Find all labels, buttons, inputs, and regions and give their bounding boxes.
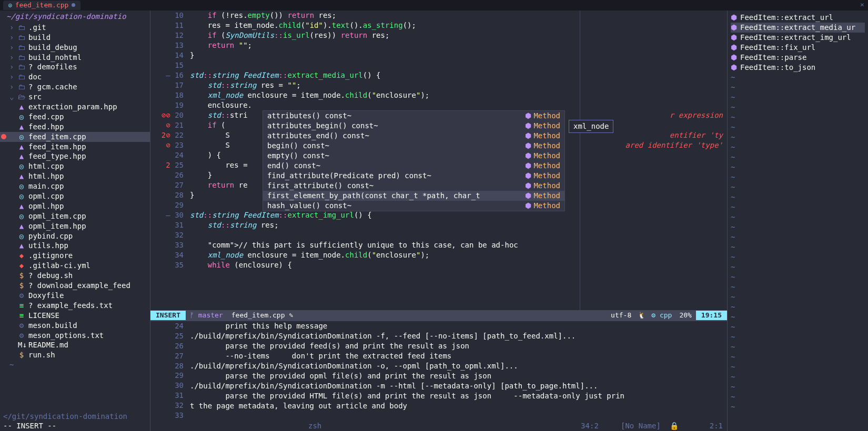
line-number: 18 [150,90,184,100]
file-name: feed.cpp [28,112,64,122]
code-line[interactable] [190,230,727,240]
file-item[interactable]: ◎ opml.cpp [0,191,150,201]
code-line[interactable]: std::string res; [190,220,727,230]
file-item[interactable]: $ ? debug.sh [0,271,150,281]
file-item[interactable]: ◎ feed_item.cpp [0,132,150,142]
file-item[interactable]: ▲ opml_item.hpp [0,221,150,231]
completion-item[interactable]: first_attribute() const~ ⬢ Method [263,181,564,191]
empty-line-tilde: ~ [731,262,735,272]
folder-item[interactable]: › 🗀 build_debug [0,43,150,53]
completion-popup[interactable]: attributes() const~ ⬢ Method attributes_… [263,110,565,211]
code-editor[interactable]: 10 11 12 13 14 15– 16 17 18 19⊘⊘ 20⊘ 212… [150,11,727,310]
file-item[interactable]: ◎ html.cpp [0,161,150,171]
completion-kind: Method [533,151,560,161]
file-explorer[interactable]: ~/git/syndication-dominatio › 🗀 .git › 🗀… [0,11,150,431]
folder-item[interactable]: › 🗀 build [0,33,150,43]
completion-item[interactable]: attributes_begin() const~ ⬢ Method [263,121,564,131]
outline-item[interactable]: ⬢ FeedItem::fix_url [731,43,865,53]
completion-item[interactable]: begin() const~ ⬢ Method [263,141,564,151]
code-line[interactable]: "comm">// this part is sufficiently uniq… [190,240,727,250]
folder-item[interactable]: › 🗀 doc [0,72,150,82]
terminal-line: ./build/mprefix/bin/SyndicationDominatio… [190,381,727,391]
empty-line-tilde: ~ [731,212,735,222]
completion-item[interactable]: attributes() const~ ⬢ Method [263,111,564,121]
window-close-icon[interactable]: × [856,0,868,9]
code-line[interactable]: } [190,50,727,60]
file-item[interactable]: $ ? download_example_feed [0,281,150,291]
code-line[interactable]: if (!res.empty()) return res; [190,11,727,20]
file-item[interactable]: ▲ feed_item.hpp [0,142,150,152]
file-item[interactable]: ⚙ meson.build [0,321,150,331]
completion-item[interactable]: hash_value() const~ ⬢ Method [263,201,564,211]
completion-item[interactable]: find_attribute(Predicate pred) const~ ⬢ … [263,171,564,181]
outline-item[interactable]: ⬢ FeedItem::parse [731,53,865,63]
file-name: pybind.cpp [28,231,73,241]
cfg-icon: ⚙ [18,331,25,341]
file-item[interactable]: ▲ extraction_param.hpp [0,102,150,112]
shell-name: zsh [308,421,321,431]
file-item[interactable]: ▲ feed_type.hpp [0,151,150,161]
file-item[interactable]: M↓ README.md [0,340,150,350]
folder-item[interactable]: › 🗀 build_nohtml [0,53,150,63]
folder-item[interactable]: ⌄ 🗁 src [0,92,150,102]
code-line[interactable]: return ""; [190,40,727,50]
file-item[interactable]: $ run.sh [0,350,150,360]
completion-item[interactable]: end() const~ ⬢ Method [263,161,564,171]
code-line[interactable]: xml_node enclosure = item_node.child("en… [190,90,727,100]
folder-item[interactable]: › 🗀 ? demofiles [0,62,150,72]
code-line[interactable]: std::string res = ""; [190,80,727,90]
file-item[interactable]: ▲ utils.hpp [0,241,150,251]
file-item[interactable]: ⚙ meson_options.txt [0,331,150,341]
code-line[interactable]: enclosure. [190,100,727,110]
outline-item[interactable]: ⬢ FeedItem::to_json [731,63,865,73]
file-item[interactable]: ≡ ? example_feeds.txt [0,301,150,311]
term-line-number: 25 [150,331,184,341]
completion-item[interactable]: first_element_by_path(const char_t *path… [263,191,564,201]
empty-line-tilde: ~ [731,93,735,102]
code-line[interactable]: res = item_node.child("id").text().as_st… [190,20,727,30]
completion-item[interactable]: empty() const~ ⬢ Method [263,151,564,161]
empty-line-tilde: ~ [731,272,735,282]
code-line[interactable]: if (SynDomUtils::is_url(res)) return res… [190,30,727,40]
hpp-icon: ▲ [18,171,25,181]
file-item[interactable]: ⚙ Doxyfile [0,291,150,301]
completion-signature: begin() const~ [267,141,525,151]
file-name: .gitlab-ci.yml [28,261,90,271]
code-line[interactable] [190,60,727,70]
hpp-icon: ▲ [18,142,25,152]
cube-icon: ⬢ [525,141,531,151]
tab-feed-item[interactable]: ◎ feed_item.cpp [3,1,80,10]
sh-icon: $ [18,350,25,360]
symbol-outline[interactable]: ⬢ FeedItem::extract_url ⬢ FeedItem::extr… [727,11,868,431]
file-item[interactable]: ◆ .gitignore [0,251,150,261]
file-name: extraction_param.hpp [28,102,117,112]
modified-dot-icon [72,3,75,7]
outline-item[interactable]: ⬢ FeedItem::extract_img_url [731,33,865,43]
terminal-line: --no-items don't print the extracted fee… [190,351,727,361]
file-item[interactable]: ◎ main.cpp [0,181,150,191]
file-item[interactable]: ▲ opml.hpp [0,201,150,211]
diagnostic-text: r expression [670,110,723,120]
tab-bar: ◎ feed_item.cpp × [0,0,868,11]
file-item[interactable]: ◆ .gitlab-ci.yml [0,261,150,271]
file-item[interactable]: ▲ html.hpp [0,171,150,181]
terminal-panel[interactable]: 2425262728293031323334 print this help m… [150,321,727,431]
line-number: 24 [150,150,184,160]
file-item[interactable]: ◎ opml_item.cpp [0,211,150,221]
outline-item[interactable]: ⬢ FeedItem::extract_url [731,13,865,23]
code-line[interactable]: std::string FeedItem::extract_media_url(… [190,70,727,80]
folder-item[interactable]: › 🗀 .git [0,23,150,33]
shell-prompt[interactable]: ⮝ gabmus@trinity-zero 🗀 ~/git/syndicatio… [190,411,727,421]
file-item[interactable]: ▲ feed.hpp [0,122,150,132]
code-line[interactable]: std::string FeedItem::extract_img_url() … [190,210,727,220]
folder-name: doc [28,72,42,82]
file-item[interactable]: ≡ LICENSE [0,311,150,321]
file-item[interactable]: ◎ feed.cpp [0,112,150,122]
outline-item[interactable]: ⬢ FeedItem::extract_media_ur [731,23,865,33]
code-line[interactable]: xml_node enclosure = item_node.child("en… [190,250,727,260]
file-item[interactable]: ◎ pybind.cpp [0,231,150,241]
chevron-right-icon: › [9,23,15,33]
code-line[interactable]: while (enclosure) { [190,260,727,270]
folder-item[interactable]: › 🗀 ? gcm.cache [0,82,150,92]
completion-item[interactable]: attributes_end() const~ ⬢ Method [263,131,564,141]
